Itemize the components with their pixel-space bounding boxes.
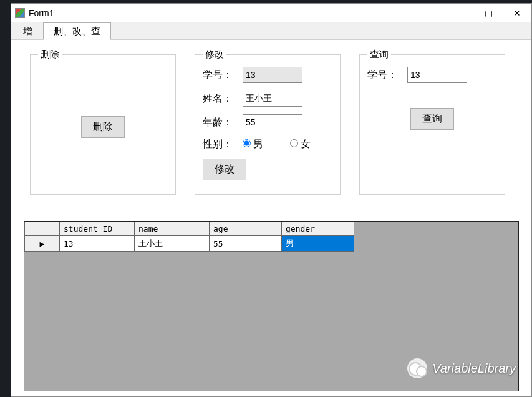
watermark-text: VariableLibrary [432,361,516,376]
col-gender[interactable]: gender [282,222,354,236]
table-row[interactable]: ▶ 13 王小王 55 男 [25,236,354,252]
tab-content: 删除 删除 修改 学号： 姓名： 年龄： 性别： [11,40,531,396]
row-header[interactable]: ▶ [25,236,60,252]
tabstrip: 增 删、改、查 [11,22,531,40]
grid-corner[interactable] [25,222,60,236]
group-query-title: 查询 [367,49,391,61]
col-name[interactable]: name [135,222,210,236]
label-gender: 性别： [203,138,243,151]
cell-student-id[interactable]: 13 [60,236,135,252]
radio-male[interactable]: 男 [243,138,283,151]
radio-male-label: 男 [253,139,263,149]
input-name[interactable] [243,91,302,107]
cell-gender[interactable]: 男 [282,236,354,252]
group-query: 查询 学号： 查询 [359,49,505,195]
group-modify-title: 修改 [203,49,226,61]
input-query-id[interactable] [407,67,467,83]
tab-edit[interactable]: 删、改、查 [43,22,111,40]
label-age: 年龄： [203,116,243,129]
label-name: 姓名： [203,92,243,105]
delete-button[interactable]: 删除 [81,116,125,138]
tab-add[interactable]: 增 [12,22,43,39]
radio-female-label: 女 [301,139,311,149]
col-student-id[interactable]: student_ID [60,222,135,236]
window-title: Form1 [29,8,445,18]
radio-female[interactable]: 女 [290,138,330,151]
query-button[interactable]: 查询 [410,108,454,130]
close-button[interactable]: ✕ [503,4,531,22]
modify-button[interactable]: 修改 [203,159,246,180]
maximize-button[interactable]: ▢ [474,4,503,22]
label-id: 学号： [203,69,243,82]
cell-name[interactable]: 王小王 [135,236,210,252]
input-id[interactable] [243,67,302,83]
watermark: VariableLibrary [407,358,516,378]
col-age[interactable]: age [210,222,282,236]
input-age[interactable] [243,114,302,130]
radio-female-input[interactable] [290,139,298,147]
minimize-button[interactable]: — [445,4,474,22]
group-delete: 删除 删除 [30,49,176,195]
group-modify: 修改 学号： 姓名： 年龄： 性别： 男 女 [195,49,341,195]
titlebar[interactable]: Form1 — ▢ ✕ [11,4,531,22]
cell-age[interactable]: 55 [210,236,282,252]
label-query-id: 学号： [367,69,407,82]
group-delete-title: 删除 [38,49,62,61]
radio-male-input[interactable] [243,139,251,147]
form-window: Form1 — ▢ ✕ 增 删、改、查 删除 删除 修改 学号： 姓名： [11,3,532,397]
app-icon [15,8,25,18]
wechat-icon [407,358,427,378]
